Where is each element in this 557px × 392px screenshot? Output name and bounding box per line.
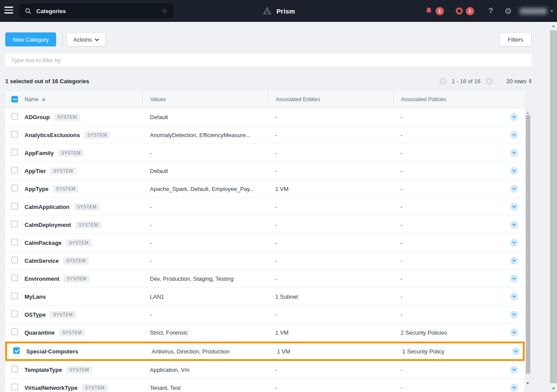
row-checkbox[interactable]	[11, 384, 18, 390]
row-checkbox[interactable]	[13, 347, 20, 354]
row-expand-chevron-icon[interactable]	[510, 311, 518, 318]
header-name[interactable]: Name	[25, 91, 142, 108]
row-expand-chevron-icon[interactable]	[510, 366, 518, 374]
row-checkbox[interactable]	[11, 366, 18, 372]
actions-dropdown-button[interactable]: Actions	[67, 32, 106, 46]
row-expand-cell	[504, 366, 525, 374]
category-name[interactable]: AppTier	[25, 168, 46, 174]
row-expand-chevron-icon[interactable]	[510, 221, 518, 229]
table-row[interactable]: Quarantine SYSTEM Strict, Forensic 1 VM …	[5, 324, 525, 342]
table-scrollbar[interactable]	[525, 109, 531, 392]
row-expand-chevron-icon[interactable]	[510, 328, 518, 336]
pagination-next-button[interactable]	[486, 78, 493, 85]
category-name[interactable]: MyLans	[25, 293, 46, 300]
header-values[interactable]: Values	[142, 91, 268, 108]
pagination-prev-button[interactable]	[439, 78, 447, 85]
new-category-button[interactable]: New Category	[5, 32, 56, 46]
category-name[interactable]: CalmApplication	[25, 204, 70, 210]
actions-label: Actions	[73, 36, 92, 43]
row-checkbox[interactable]	[11, 167, 18, 173]
global-search-box[interactable]: Categories ☆	[19, 4, 173, 18]
table-row[interactable]: VirtualNetworkType SYSTEM Tenant, Test -…	[5, 379, 525, 392]
table-row[interactable]: AnalyticsExclusions SYSTEM AnomalyDetect…	[5, 126, 525, 144]
tasks-ring-icon[interactable]	[456, 7, 463, 14]
rows-per-page-select[interactable]: 20 rows	[506, 78, 532, 85]
category-name[interactable]: CalmService	[25, 258, 59, 264]
category-name[interactable]: TemplateType	[25, 367, 62, 373]
scrollbar-thumb[interactable]	[526, 115, 530, 374]
category-name[interactable]: AppType	[25, 186, 49, 192]
category-name[interactable]: VirtualNetworkType	[25, 385, 78, 391]
gear-icon[interactable]: ⚙	[504, 7, 512, 15]
scroll-down-arrow-icon[interactable]	[526, 382, 529, 385]
search-input-value[interactable]: Categories	[36, 8, 162, 14]
row-checkbox[interactable]	[11, 131, 18, 138]
scroll-up-arrow-icon[interactable]	[526, 112, 529, 114]
category-name[interactable]: ADGroup	[25, 114, 50, 120]
table-row[interactable]: AppFamily SYSTEM - - -	[5, 144, 525, 162]
row-expand-chevron-icon[interactable]	[510, 167, 518, 175]
row-checkbox[interactable]	[11, 275, 18, 281]
category-name[interactable]: CalmPackage	[25, 240, 62, 246]
row-checkbox[interactable]	[11, 328, 18, 335]
user-menu[interactable]	[520, 8, 553, 14]
row-expand-chevron-icon[interactable]	[510, 149, 518, 157]
row-checkbox[interactable]	[11, 257, 18, 263]
associated-policies-cell: -	[393, 275, 504, 282]
scroll-up-arrow-icon[interactable]	[552, 25, 555, 27]
table-row[interactable]: MyLans LAN1 1 Subnet -	[5, 288, 525, 306]
row-expand-chevron-icon[interactable]	[510, 275, 518, 283]
row-checkbox[interactable]	[11, 293, 18, 299]
help-icon[interactable]: ?	[489, 7, 493, 15]
page-scrollbar[interactable]	[550, 22, 557, 392]
category-name[interactable]: OSType	[25, 311, 46, 318]
row-expand-chevron-icon[interactable]	[510, 185, 518, 193]
category-name[interactable]: Quarantine	[25, 329, 55, 336]
row-expand-chevron-icon[interactable]	[510, 293, 518, 300]
table-row[interactable]: Special-Computers Antivirus, Direction, …	[5, 342, 525, 361]
row-expand-chevron-icon[interactable]	[510, 384, 518, 392]
values-cell: -	[142, 222, 268, 228]
table-row[interactable]: CalmDeployment SYSTEM - - -	[5, 216, 525, 234]
row-expand-chevron-icon[interactable]	[510, 113, 518, 121]
filter-text-input[interactable]	[5, 53, 532, 67]
scrollbar-thumb[interactable]	[550, 30, 557, 383]
row-checkbox[interactable]	[11, 149, 18, 155]
table-row[interactable]: Environment SYSTEM Dev, Production, Stag…	[5, 270, 525, 288]
header-associated-policies[interactable]: Associated Policies	[393, 91, 504, 108]
row-checkbox[interactable]	[11, 113, 18, 120]
favorite-star-icon[interactable]: ☆	[162, 7, 167, 15]
row-checkbox[interactable]	[11, 239, 18, 245]
table-row[interactable]: ADGroup SYSTEM Default - -	[5, 108, 525, 126]
row-checkbox[interactable]	[11, 203, 18, 209]
table-row[interactable]: TemplateType SYSTEM Application, Vm - -	[5, 361, 525, 379]
category-name[interactable]: AppFamily	[25, 150, 53, 156]
table-row[interactable]: AppTier SYSTEM Default - -	[5, 162, 525, 180]
row-expand-chevron-icon[interactable]	[512, 347, 520, 355]
row-checkbox[interactable]	[11, 221, 18, 227]
row-checkbox[interactable]	[11, 311, 18, 317]
category-name[interactable]: AnalyticsExclusions	[25, 132, 80, 138]
tasks-count-badge[interactable]: 1	[466, 7, 474, 15]
table-row[interactable]: CalmService SYSTEM - - -	[5, 252, 525, 270]
associated-entities-cell: -	[268, 168, 393, 174]
row-expand-chevron-icon[interactable]	[510, 131, 518, 139]
table-row[interactable]: CalmPackage SYSTEM - - -	[5, 234, 525, 252]
alerts-bell-icon[interactable]	[425, 7, 433, 15]
row-expand-chevron-icon[interactable]	[510, 239, 518, 247]
select-all-checkbox[interactable]	[11, 96, 18, 102]
row-expand-chevron-icon[interactable]	[510, 257, 518, 265]
row-expand-chevron-icon[interactable]	[510, 203, 518, 211]
scroll-down-arrow-icon[interactable]	[552, 388, 555, 390]
row-checkbox[interactable]	[11, 185, 18, 191]
filters-button[interactable]: Filters	[500, 32, 532, 46]
alerts-count-badge[interactable]: 1	[436, 7, 444, 15]
category-name[interactable]: Environment	[25, 275, 59, 282]
header-associated-entities[interactable]: Associated Entities	[268, 91, 393, 108]
table-row[interactable]: CalmApplication SYSTEM - - -	[5, 198, 525, 216]
category-name[interactable]: CalmDeployment	[25, 222, 71, 228]
table-row[interactable]: AppType SYSTEM Apache_Spark, Default, Em…	[5, 180, 525, 198]
hamburger-menu-icon[interactable]	[4, 7, 13, 14]
table-row[interactable]: OSType SYSTEM - - -	[5, 306, 525, 324]
category-name[interactable]: Special-Computers	[26, 348, 78, 355]
